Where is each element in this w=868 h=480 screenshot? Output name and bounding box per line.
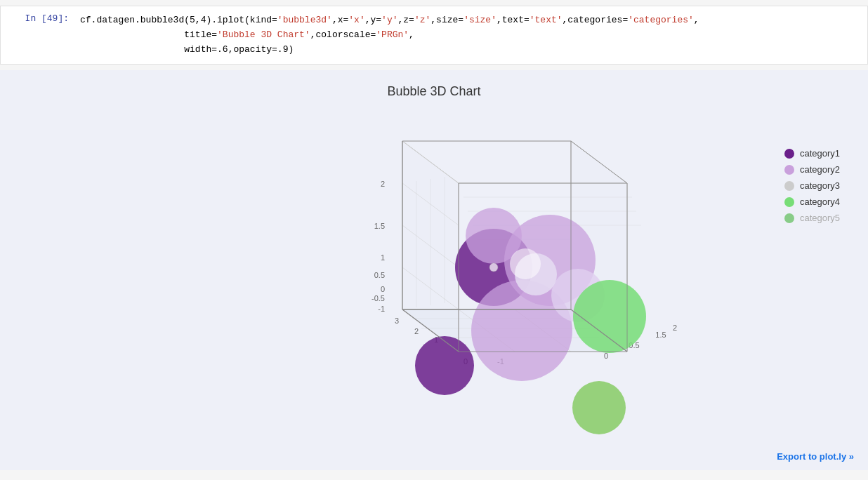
legend-dot-2	[784, 165, 794, 175]
legend-item-1: category1	[784, 148, 840, 159]
svg-text:2: 2	[381, 180, 385, 188]
legend-item-4: category4	[784, 196, 840, 207]
svg-text:2: 2	[414, 327, 419, 335]
legend-dot-3	[784, 181, 794, 191]
svg-text:3: 3	[395, 316, 399, 325]
code-line-3: width=.6,opacity=.9)	[80, 43, 699, 58]
svg-text:0.5: 0.5	[374, 271, 385, 279]
svg-text:2: 2	[673, 324, 677, 332]
svg-point-52	[489, 263, 498, 272]
svg-text:1.5: 1.5	[655, 331, 666, 339]
chart-container: 2 1.5 1 0.5 0 -0.5 -1 3 2 1 0 -1 0 0.5 1…	[14, 106, 854, 443]
legend-item-5: category5	[784, 213, 840, 223]
svg-text:0: 0	[381, 285, 385, 293]
chart-legend: category1 category2 category3 category4 …	[784, 148, 840, 229]
legend-dot-4	[784, 197, 794, 207]
svg-point-51	[572, 381, 626, 434]
export-link[interactable]: Export to plot.ly »	[777, 451, 854, 462]
axis-grid: 2 1.5 1 0.5 0 -0.5 -1 3 2 1 0 -1 0 0.5 1…	[371, 141, 677, 434]
legend-label-4: category4	[800, 196, 840, 207]
code-line-1: cf.datagen.bubble3d(5,4).iplot(kind='bub…	[80, 13, 699, 28]
cell-label: In [49]:	[1, 13, 74, 57]
code-cell: In [49]: cf.datagen.bubble3d(5,4).iplot(…	[0, 6, 868, 65]
legend-label-1: category1	[800, 148, 840, 159]
legend-item-2: category2	[784, 164, 840, 175]
svg-text:-1: -1	[378, 305, 385, 313]
legend-label-5: category5	[800, 213, 840, 223]
chart-svg: 2 1.5 1 0.5 0 -0.5 -1 3 2 1 0 -1 0 0.5 1…	[136, 106, 732, 429]
svg-text:-0.5: -0.5	[371, 294, 385, 302]
svg-point-49	[510, 248, 541, 279]
legend-item-3: category3	[784, 180, 840, 191]
svg-text:1.5: 1.5	[374, 222, 385, 230]
legend-label-3: category3	[800, 180, 840, 191]
chart-title: Bubble 3D Chart	[14, 84, 854, 99]
code-content: cf.datagen.bubble3d(5,4).iplot(kind='bub…	[74, 13, 705, 57]
svg-text:1: 1	[381, 253, 385, 262]
chart-output-area: Bubble 3D Chart	[0, 70, 868, 470]
legend-dot-5	[784, 213, 794, 223]
legend-label-2: category2	[800, 164, 840, 175]
svg-point-43	[415, 336, 474, 395]
legend-dot-1	[784, 149, 794, 159]
svg-point-50	[573, 280, 646, 353]
code-line-2: title='Bubble 3D Chart',colorscale='PRGn…	[80, 28, 699, 43]
